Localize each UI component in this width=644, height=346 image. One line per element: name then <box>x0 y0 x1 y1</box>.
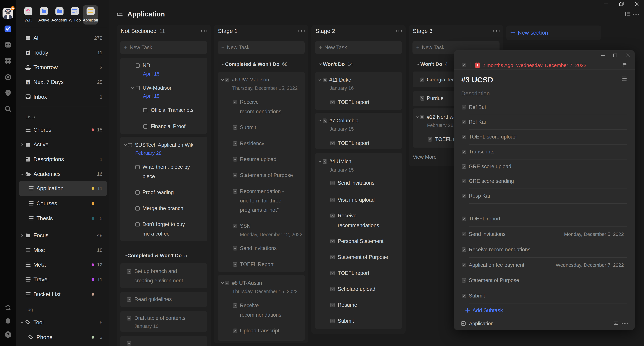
svg-text:S: S <box>27 81 29 84</box>
svg-text:?: ? <box>7 332 10 337</box>
svg-text:7: 7 <box>477 64 478 67</box>
svg-text:19: 19 <box>27 52 30 54</box>
